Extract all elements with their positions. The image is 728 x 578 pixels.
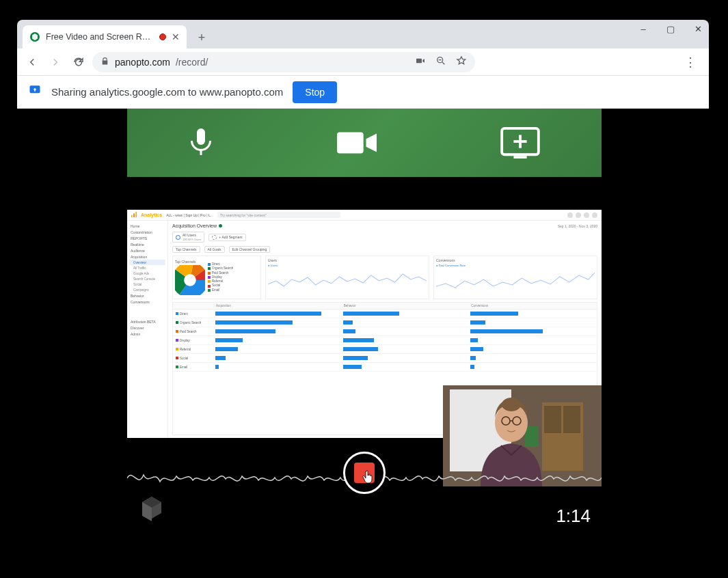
- svg-line-4: [442, 62, 444, 64]
- sidebar-item[interactable]: Conversions: [129, 299, 165, 305]
- window-maximize-button[interactable]: ▢: [664, 24, 677, 34]
- browser-menu-button[interactable]: ⋮: [677, 55, 703, 70]
- nav-reload-button[interactable]: [69, 53, 88, 72]
- browser-titlebar: Free Video and Screen Reco ✕ + – ▢ ✕: [17, 20, 709, 49]
- table-row[interactable]: Social: [173, 354, 597, 363]
- browser-tab[interactable]: Free Video and Screen Reco ✕: [23, 25, 187, 49]
- segment-add[interactable]: + Add Segment: [208, 234, 245, 241]
- svg-rect-24: [563, 406, 580, 433]
- sidebar-item[interactable]: Home: [129, 223, 165, 229]
- sidebar-item[interactable]: Acquisition: [129, 253, 165, 260]
- svg-rect-12: [131, 215, 133, 217]
- window-close-button[interactable]: ✕: [691, 24, 705, 34]
- analytics-product-label: Analytics: [141, 212, 162, 217]
- top-channels-chart: Top Channels DirectOrgan: [172, 256, 261, 299]
- nav-back-button[interactable]: [23, 53, 42, 72]
- table-row[interactable]: Direct: [173, 309, 597, 318]
- nav-forward-button[interactable]: [46, 53, 65, 72]
- sidebar-item[interactable]: Social: [129, 281, 165, 287]
- sidebar-item[interactable]: Attribution BETA: [129, 318, 165, 325]
- svg-rect-1: [416, 59, 422, 64]
- svg-point-19: [178, 268, 202, 292]
- sidebar-item[interactable]: Audience: [129, 247, 165, 253]
- url-field[interactable]: panopto.com/record/: [92, 52, 475, 72]
- tab-title: Free Video and Screen Reco: [46, 32, 154, 42]
- svg-point-27: [502, 398, 521, 411]
- microphone-icon[interactable]: [189, 125, 213, 161]
- stop-recording-button[interactable]: [343, 452, 386, 494]
- tab-close-button[interactable]: ✕: [172, 31, 180, 42]
- window-minimize-button[interactable]: –: [636, 24, 650, 34]
- url-path: /record/: [176, 57, 208, 68]
- add-screen-icon[interactable]: [500, 127, 540, 159]
- panopto-logo-icon: [135, 493, 168, 528]
- bookmark-star-icon[interactable]: [456, 55, 467, 68]
- sidebar-item[interactable]: Google Ads: [129, 271, 165, 276]
- users-chart: Users ● Users: [265, 256, 429, 299]
- sidebar-item[interactable]: Discover: [129, 325, 165, 331]
- video-camera-icon[interactable]: [337, 129, 377, 156]
- analytics-search-input[interactable]: Try searching for "site content": [217, 212, 340, 218]
- sidebar-item[interactable]: Campaigns: [129, 287, 165, 292]
- url-domain: panopto.com: [115, 57, 170, 68]
- analytics-logo-icon: [131, 212, 137, 218]
- recorder-toolbar: [127, 109, 602, 177]
- analytics-tab-buttons: Top ChannelsAll GoalsEdit Channel Groupi…: [172, 246, 597, 253]
- sharing-message: Sharing analytics.google.com to www.pano…: [51, 86, 283, 98]
- zoom-out-icon[interactable]: [435, 55, 446, 68]
- browser-window: Free Video and Screen Reco ✕ + – ▢ ✕ pan…: [17, 20, 709, 109]
- legend-item: Email: [208, 288, 233, 292]
- svg-rect-23: [544, 406, 561, 433]
- sharing-infobar: Sharing analytics.google.com to www.pano…: [17, 76, 709, 109]
- address-bar: panopto.com/record/ ⋮: [17, 49, 709, 76]
- analytics-account-label: ALL - www | Sign Up | Pro | L...: [166, 213, 213, 217]
- tab-button[interactable]: Edit Channel Grouping: [229, 246, 271, 253]
- svg-rect-7: [337, 133, 364, 154]
- tab-button[interactable]: Top Channels: [172, 246, 200, 253]
- sidebar-item[interactable]: Behavior: [129, 292, 165, 299]
- sidebar-item[interactable]: Realtime: [129, 241, 165, 247]
- lock-icon: [100, 57, 109, 68]
- analytics-date-range: Sep 1, 2020 - Nov 3, 2020: [558, 224, 597, 228]
- recording-area: Analytics ALL - www | Sign Up | Pro | L.…: [17, 109, 709, 560]
- table-row[interactable]: Referral: [173, 345, 597, 354]
- sidebar-item[interactable]: Search Console: [129, 276, 165, 281]
- sidebar-item[interactable]: REPORTS: [129, 235, 165, 241]
- status-dot-icon: [219, 224, 222, 228]
- sidebar-item[interactable]: All Traffic: [129, 265, 165, 271]
- camera-icon[interactable]: [415, 55, 426, 68]
- stop-sharing-button[interactable]: Stop: [293, 81, 337, 103]
- tab-button[interactable]: All Goals: [204, 246, 225, 253]
- analytics-sidebar: HomeCustomizationREPORTSRealtimeAudience…: [127, 221, 168, 438]
- new-tab-button[interactable]: +: [192, 28, 211, 47]
- analytics-header: Analytics ALL - www | Sign Up | Pro | L.…: [127, 210, 602, 221]
- hand-cursor-icon: [362, 470, 375, 488]
- svg-rect-25: [525, 426, 539, 447]
- window-controls: – ▢ ✕: [636, 24, 705, 34]
- conversions-chart: Conversions ● Goal Conversion Rate: [433, 256, 597, 299]
- svg-rect-6: [197, 128, 205, 145]
- recording-inner: Analytics ALL - www | Sign Up | Pro | L.…: [127, 109, 602, 546]
- analytics-header-icons: [567, 212, 597, 218]
- table-row[interactable]: Display: [173, 336, 597, 345]
- sidebar-item[interactable]: Admin: [129, 331, 165, 337]
- table-row[interactable]: Organic Search: [173, 318, 597, 327]
- svg-rect-14: [135, 212, 137, 217]
- recording-timer: 1:14: [556, 506, 591, 527]
- sidebar-item[interactable]: Customization: [129, 229, 165, 235]
- sidebar-item[interactable]: Overview: [129, 260, 165, 265]
- table-row[interactable]: Email: [173, 363, 597, 372]
- tab-favicon: [29, 31, 40, 42]
- recording-indicator-icon: [159, 33, 166, 40]
- table-row[interactable]: Paid Search: [173, 327, 597, 336]
- svg-rect-13: [133, 213, 135, 217]
- screenshare-icon: [28, 83, 42, 100]
- analytics-page-title: Acquisition Overview: [172, 223, 217, 228]
- segment-all-users[interactable]: All Users100.00% Users: [172, 232, 204, 243]
